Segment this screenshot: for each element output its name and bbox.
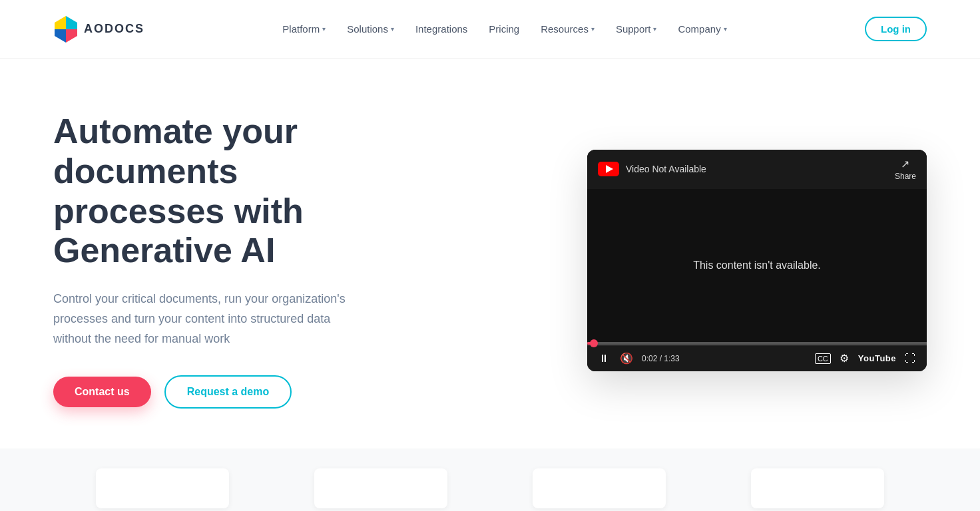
nav-item-platform[interactable]: Platform ▾ [282, 23, 326, 35]
nav-link-integrations[interactable]: Integrations [415, 23, 467, 35]
chevron-down-icon: ▾ [322, 25, 326, 33]
nav-link-platform[interactable]: Platform ▾ [282, 23, 326, 35]
nav-link-resources[interactable]: Resources ▾ [541, 23, 595, 35]
time-display: 0:02 / 1:33 [642, 354, 680, 363]
nav-item-pricing[interactable]: Pricing [489, 23, 519, 35]
nav-item-solutions[interactable]: Solutions ▾ [347, 23, 394, 35]
bottom-card-2 [314, 468, 447, 508]
chevron-down-icon: ▾ [391, 25, 394, 33]
chevron-down-icon: ▾ [653, 25, 656, 33]
mute-icon: 🔇 [620, 352, 633, 365]
video-unavailable-message: This content isn't available. [693, 259, 821, 271]
nav-link-solutions[interactable]: Solutions ▾ [347, 23, 394, 35]
cc-icon: CC [815, 353, 831, 364]
nav-link-support[interactable]: Support ▾ [616, 23, 657, 35]
nav-link-pricing[interactable]: Pricing [489, 23, 519, 35]
video-not-available-text: Video Not Available [626, 164, 706, 174]
contact-us-button[interactable]: Contact us [53, 377, 151, 407]
share-button[interactable]: ↗ Share [895, 158, 916, 181]
bottom-section [0, 448, 980, 511]
mute-button[interactable]: 🔇 [619, 351, 634, 366]
video-controls: ⏸ 🔇 0:02 / 1:33 CC ⚙ YouTube ⛶ [587, 346, 927, 371]
fullscreen-icon: ⛶ [905, 353, 915, 365]
navbar: AODOCS Platform ▾ Solutions ▾ Integratio… [0, 0, 980, 59]
pause-button[interactable]: ⏸ [597, 351, 611, 366]
bottom-card-1 [96, 468, 229, 508]
fullscreen-button[interactable]: ⛶ [903, 351, 917, 366]
controls-left: ⏸ 🔇 0:02 / 1:33 [597, 351, 680, 366]
request-demo-button[interactable]: Request a demo [164, 375, 292, 409]
brand-name: AODOCS [84, 22, 144, 36]
youtube-brand-label: YouTube [858, 353, 896, 363]
share-icon: ↗ [901, 158, 909, 170]
login-button[interactable]: Log in [865, 17, 927, 41]
svg-marker-1 [66, 29, 77, 43]
settings-button[interactable]: ⚙ [837, 351, 852, 366]
captions-button[interactable]: CC [816, 351, 830, 366]
video-top-bar: Video Not Available ↗ Share [587, 150, 927, 189]
youtube-logo-icon [598, 162, 619, 176]
bottom-card-3 [533, 468, 666, 508]
hero-buttons: Contact us Request a demo [53, 375, 399, 409]
chevron-down-icon: ▾ [724, 25, 727, 33]
video-title-area: Video Not Available [598, 162, 706, 176]
pause-icon: ⏸ [599, 353, 609, 365]
nav-item-support[interactable]: Support ▾ [616, 23, 657, 35]
bottom-card-4 [751, 468, 884, 508]
chevron-down-icon: ▾ [591, 25, 595, 33]
gear-icon: ⚙ [840, 352, 849, 365]
svg-marker-2 [55, 16, 66, 29]
nav-link-company[interactable]: Company ▾ [678, 23, 726, 35]
logo[interactable]: AODOCS [53, 15, 144, 44]
nav-item-resources[interactable]: Resources ▾ [541, 23, 595, 35]
nav-item-integrations[interactable]: Integrations [415, 23, 467, 35]
svg-marker-3 [55, 29, 66, 43]
nav-item-company[interactable]: Company ▾ [678, 23, 726, 35]
hero-subtitle: Control your critical documents, run you… [53, 289, 366, 349]
hero-title: Automate your documents processes with G… [53, 112, 399, 271]
hero-section: Automate your documents processes with G… [0, 59, 980, 448]
play-icon [606, 165, 613, 173]
controls-right: CC ⚙ YouTube ⛶ [816, 351, 917, 366]
nav-links: Platform ▾ Solutions ▾ Integrations Pric… [282, 23, 726, 35]
video-player: Video Not Available ↗ Share This content… [587, 150, 927, 371]
svg-marker-0 [66, 16, 77, 29]
progress-dot [590, 339, 598, 347]
video-main-area: This content isn't available. [587, 189, 927, 342]
hero-content: Automate your documents processes with G… [53, 112, 399, 409]
progress-track[interactable] [587, 342, 927, 345]
